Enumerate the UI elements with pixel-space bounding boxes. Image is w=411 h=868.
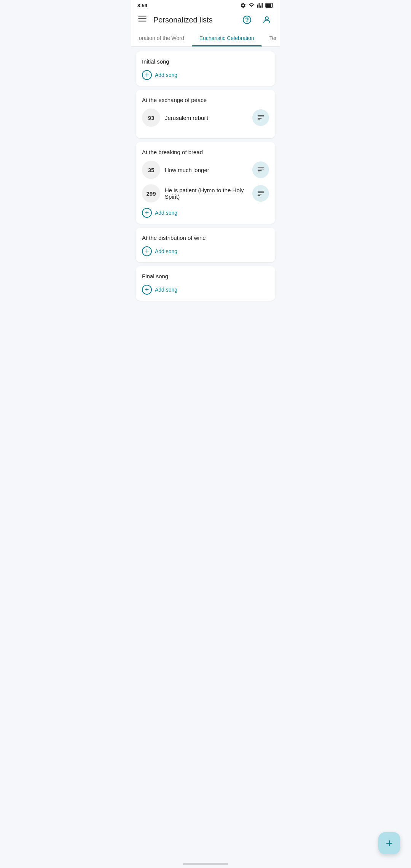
svg-rect-5: [266, 3, 271, 7]
content-area: Initial song + Add song At the exchange …: [131, 47, 280, 305]
song-detail-button[interactable]: [252, 161, 269, 178]
page-title: Personalized lists: [153, 16, 234, 24]
status-time: 8:59: [137, 3, 147, 8]
add-icon-bread: +: [142, 208, 152, 218]
section-final-song: Final song + Add song: [136, 266, 275, 301]
section-title-peace: At the exchange of peace: [142, 97, 269, 103]
list-detail-icon: [256, 166, 265, 174]
battery-icon: [265, 3, 274, 8]
tab-word[interactable]: oration of the Word: [131, 30, 192, 46]
section-exchange-peace: At the exchange of peace 93 Jerusalem re…: [136, 90, 275, 138]
song-name: He is patient (Hymn to the Holy Spirit): [165, 187, 248, 200]
wifi-icon: [249, 2, 255, 8]
section-distribution-wine: At the distribution of wine + Add song: [136, 228, 275, 262]
tab-ter[interactable]: Ter: [262, 30, 280, 46]
svg-rect-3: [262, 3, 263, 8]
song-number: 93: [142, 108, 160, 127]
tabs-bar: oration of the Word Eucharistic Celebrat…: [131, 30, 280, 47]
add-icon-final: +: [142, 285, 152, 295]
settings-icon: [240, 2, 246, 8]
add-song-initial[interactable]: + Add song: [142, 70, 177, 80]
status-bar: 8:59: [131, 0, 280, 10]
section-title-initial: Initial song: [142, 58, 269, 65]
song-name: Jerusalem rebuilt: [165, 115, 248, 121]
list-detail-icon: [256, 113, 265, 122]
add-icon-initial: +: [142, 70, 152, 80]
song-row: 35 How much longer: [142, 161, 269, 179]
tab-eucharistic[interactable]: Eucharistic Celebration: [192, 30, 262, 46]
song-number: 35: [142, 161, 160, 179]
section-title-final: Final song: [142, 273, 269, 279]
add-song-bread[interactable]: + Add song: [142, 208, 177, 218]
song-detail-button[interactable]: [252, 109, 269, 126]
add-song-wine[interactable]: + Add song: [142, 246, 177, 256]
status-icons: [240, 2, 274, 8]
song-detail-button[interactable]: [252, 185, 269, 202]
section-initial-song: Initial song + Add song: [136, 51, 275, 86]
profile-button[interactable]: [260, 13, 274, 27]
svg-rect-2: [260, 6, 261, 8]
section-title-wine: At the distribution of wine: [142, 235, 269, 241]
svg-rect-0: [257, 5, 258, 8]
section-title-bread: At the breaking of bread: [142, 149, 269, 155]
section-breaking-bread: At the breaking of bread 35 How much lon…: [136, 142, 275, 224]
app-bar: Personalized lists: [131, 10, 280, 30]
add-song-final[interactable]: + Add song: [142, 285, 177, 295]
list-detail-icon: [256, 189, 265, 198]
svg-point-8: [265, 17, 268, 20]
help-button[interactable]: [240, 13, 254, 27]
svg-point-7: [247, 22, 247, 22]
menu-icon[interactable]: [137, 14, 147, 26]
song-number: 299: [142, 184, 160, 203]
signal-icon: [257, 2, 263, 8]
song-row: 299 He is patient (Hymn to the Holy Spir…: [142, 184, 269, 203]
add-icon-wine: +: [142, 246, 152, 256]
svg-rect-1: [259, 3, 260, 8]
song-name: How much longer: [165, 167, 248, 173]
song-row: 93 Jerusalem rebuilt: [142, 108, 269, 127]
